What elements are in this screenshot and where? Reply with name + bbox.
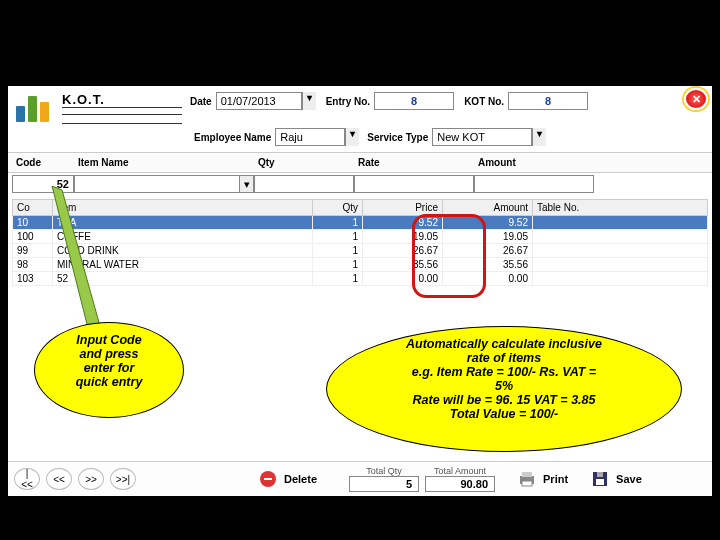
entry-no-value: 8 — [374, 92, 454, 110]
header-row2: Employee Name ▾ Service Type ▾ — [8, 128, 712, 152]
table-row[interactable]: 98 MINERAL WATER 1 35.56 35.56 — [13, 258, 708, 272]
item-dropdown[interactable]: ▾ — [240, 175, 254, 193]
callout1-pointer — [42, 186, 112, 336]
delete-icon — [258, 469, 278, 489]
nav-last-button[interactable]: >>| — [110, 468, 136, 490]
table-row[interactable]: 10 TEA 1 9.52 9.52 — [13, 216, 708, 230]
app-logo-icon — [16, 92, 54, 126]
svg-rect-2 — [264, 478, 272, 480]
header-row1: K.O.T. Date ▾ Entry No. 8 KOT No. 8 — [8, 86, 712, 128]
entry-no-label: Entry No. — [326, 96, 370, 107]
svg-rect-5 — [522, 481, 532, 486]
close-button[interactable]: ✕ — [684, 88, 708, 110]
svg-rect-4 — [522, 472, 532, 477]
employee-input[interactable] — [275, 128, 345, 146]
th-table-no: Table No. — [533, 200, 708, 216]
th-qty: Qty — [313, 200, 363, 216]
svg-rect-7 — [596, 479, 604, 485]
print-button[interactable]: Print — [543, 473, 568, 485]
table-row[interactable]: 99 COLD DRINK 1 26.67 26.67 — [13, 244, 708, 258]
svg-rect-8 — [597, 472, 603, 477]
svg-marker-0 — [52, 186, 100, 328]
footer-bar: |<< << >> >>| Delete Total Qty 5 Total A… — [8, 461, 712, 496]
form-title-block: K.O.T. — [62, 92, 182, 126]
entry-input-row: 52 ▾ — [8, 173, 712, 199]
table-row[interactable]: 103 52 1 0.00 0.00 — [13, 272, 708, 286]
form-title: K.O.T. — [62, 92, 182, 108]
printer-icon — [517, 469, 537, 489]
callout-code-entry: Input Code and press enter for quick ent… — [34, 322, 184, 418]
price-highlight-circle — [412, 214, 486, 298]
col-code: Code — [12, 155, 74, 170]
total-amount-label: Total Amount — [425, 466, 495, 476]
date-input[interactable] — [216, 92, 302, 110]
amount-input[interactable] — [474, 175, 594, 193]
service-type-dropdown[interactable]: ▾ — [532, 128, 546, 146]
qty-input[interactable] — [254, 175, 354, 193]
total-qty-value: 5 — [349, 476, 419, 492]
close-icon: ✕ — [692, 93, 701, 106]
col-qty: Qty — [254, 155, 354, 170]
col-rate: Rate — [354, 155, 474, 170]
nav-first-button[interactable]: |<< — [14, 468, 40, 490]
entry-header-strip: Code Item Name Qty Rate Amount — [8, 152, 712, 173]
save-button[interactable]: Save — [616, 473, 642, 485]
col-amount: Amount — [474, 155, 594, 170]
nav-next-button[interactable]: >> — [78, 468, 104, 490]
callout-auto-calc: Automatically calculate inclusive rate o… — [326, 326, 682, 452]
table-row[interactable]: 100 COFFE 1 19.05 19.05 — [13, 230, 708, 244]
items-table[interactable]: Co Item Qty Price Amount Table No. 10 TE… — [12, 199, 708, 286]
service-type-label: Service Type — [367, 132, 428, 143]
total-qty-label: Total Qty — [349, 466, 419, 476]
total-amount-value: 90.80 — [425, 476, 495, 492]
save-disk-icon — [590, 469, 610, 489]
employee-label: Employee Name — [194, 132, 271, 143]
service-type-input[interactable] — [432, 128, 532, 146]
delete-button[interactable]: Delete — [284, 473, 317, 485]
kot-no-label: KOT No. — [464, 96, 504, 107]
nav-prev-button[interactable]: << — [46, 468, 72, 490]
kot-no-value: 8 — [508, 92, 588, 110]
rate-input[interactable] — [354, 175, 474, 193]
date-label: Date — [190, 96, 212, 107]
col-item: Item Name — [74, 155, 254, 170]
employee-dropdown[interactable]: ▾ — [345, 128, 359, 146]
date-dropdown[interactable]: ▾ — [302, 92, 316, 110]
